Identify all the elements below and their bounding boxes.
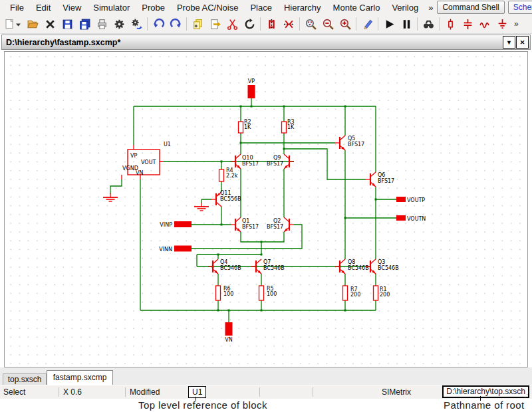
menu-probe-ac-noise[interactable]: Probe AC/Noise (171, 1, 245, 15)
tab-top-sxsch[interactable]: top.sxsch (3, 373, 47, 385)
toolbar-separator (417, 17, 418, 31)
resistor-R4[interactable] (219, 169, 224, 181)
transistor-Q8-ref[interactable]: Q8 (348, 259, 355, 265)
zoom-out-button[interactable] (319, 16, 336, 33)
resistor-R6-value[interactable]: 100 (223, 291, 233, 297)
find-part-button[interactable] (420, 16, 437, 33)
place-capacitor-button[interactable] (459, 16, 476, 33)
close-file-button[interactable] (41, 16, 59, 33)
redo-button[interactable] (167, 16, 184, 33)
terminal-voutn-label: VOUTN (407, 216, 426, 222)
zoom-rect-button[interactable] (302, 16, 319, 33)
block-ref-label[interactable]: U1 (164, 142, 171, 148)
status-bar: Select X 0.6 Modified U1 SIMetrix D:\hie… (0, 385, 532, 399)
run-simulation-button[interactable] (380, 16, 398, 33)
terminal-vinn[interactable] (174, 246, 192, 252)
transistor-Q5-model[interactable]: BFS17 (348, 142, 364, 148)
transistor-Q7-ref[interactable]: Q7 (263, 259, 271, 265)
gear-icon (113, 18, 126, 31)
terminal-vinp[interactable] (174, 221, 192, 227)
transistor-Q10-ref[interactable]: Q10 (242, 155, 253, 161)
draw-wire-button[interactable] (358, 16, 376, 33)
cut-button[interactable] (223, 16, 241, 33)
transistor-Q4-model[interactable]: BC546B (220, 265, 241, 271)
resistor-R5-value[interactable]: 100 (267, 291, 277, 297)
terminal-voutn[interactable] (396, 215, 406, 221)
terminal-voutp[interactable] (396, 197, 406, 202)
simulator-options-button[interactable] (128, 16, 145, 33)
place-inductor-button[interactable] (476, 16, 493, 33)
transistor-Q1-model[interactable]: BFS17 (242, 224, 259, 230)
editor-selector-dropdown[interactable]: Schematic Editor ▼ (508, 1, 532, 14)
save-button[interactable] (59, 16, 76, 33)
pause-simulation-button[interactable] (398, 16, 415, 33)
disconnect-wire-button[interactable] (263, 16, 280, 33)
place-resistor-button[interactable] (442, 16, 459, 33)
resistor-R3-value[interactable]: 1K (287, 124, 295, 130)
resistor-R1-value[interactable]: 200 (380, 292, 390, 298)
terminal-vp-label: VP (248, 78, 255, 84)
transistor-Q6-ref[interactable]: Q6 (378, 172, 385, 178)
transistor-Q11-model[interactable]: BC556B (220, 196, 241, 202)
menu-place[interactable]: Place (244, 1, 278, 15)
transistor-Q10-model[interactable]: BFS17 (242, 161, 259, 167)
transistor-Q1-ref[interactable]: Q1 (242, 218, 249, 224)
settings-button[interactable] (110, 16, 128, 33)
menu-hierarchy[interactable]: Hierarchy (278, 1, 327, 15)
terminal-vp[interactable] (248, 85, 255, 98)
resistor-R7-value[interactable]: 200 (350, 292, 360, 298)
transistor-Q3-ref[interactable]: Q3 (378, 259, 385, 265)
transistor-Q8-model[interactable]: BC546B (348, 265, 369, 271)
transistor-Q11-ref[interactable]: Q11 (220, 190, 231, 196)
transistor-Q9-model[interactable]: BFS17 (267, 161, 283, 167)
menu-overflow-button[interactable]: » (424, 3, 437, 13)
toolbar-separator (439, 17, 440, 31)
resistor-R4-value[interactable]: 2.2k (226, 173, 238, 179)
transistor-Q4-ref[interactable]: Q4 (220, 259, 227, 265)
menu-file[interactable]: File (4, 1, 30, 15)
resize-grip[interactable]: ⋰ (524, 391, 531, 398)
zoom-in-button[interactable] (336, 16, 354, 33)
document-title-bar[interactable]: D:\hierarchy\fastamp.sxcmp* ▼ ✕ (1, 35, 531, 50)
menu-edit[interactable]: Edit (30, 1, 57, 15)
place-ground-button[interactable] (493, 16, 511, 33)
resistor-R5[interactable] (259, 286, 264, 300)
close-window-button[interactable]: ✕ (516, 36, 529, 49)
transistor-Q7-model[interactable]: BC546B (263, 265, 285, 271)
toolbar-overflow-button[interactable]: » (511, 19, 522, 29)
menu-monte-carlo[interactable]: Monte Carlo (327, 1, 386, 15)
command-shell-button[interactable]: Command Shell (437, 1, 504, 14)
copy-button[interactable] (189, 16, 206, 33)
transistor-Q9-ref[interactable]: Q9 (273, 155, 281, 161)
transistor-Q6-model[interactable]: BFS17 (378, 178, 394, 184)
annotation-root-path: Pathname of root (444, 399, 524, 411)
open-file-button[interactable] (24, 16, 41, 33)
menu-view[interactable]: View (57, 1, 87, 15)
capacitor-icon (462, 18, 474, 31)
resistor-R3[interactable] (282, 122, 287, 133)
tab-fastamp-sxcmp[interactable]: fastamp.sxcmp (47, 370, 113, 385)
status-divider (259, 387, 260, 397)
export-button[interactable] (206, 16, 223, 33)
transistor-Q2-model[interactable]: BFS17 (267, 224, 283, 230)
resistor-R2-value[interactable]: 1K (244, 124, 251, 130)
resistor-R6[interactable] (216, 286, 221, 300)
print-button[interactable] (93, 16, 110, 33)
resistor-R1[interactable] (374, 286, 378, 300)
redraw-button[interactable] (241, 16, 258, 33)
menu-simulator[interactable]: Simulator (87, 1, 136, 15)
undo-button[interactable] (150, 16, 167, 33)
transistor-Q5-ref[interactable]: Q5 (348, 136, 355, 142)
resistor-R2[interactable] (239, 122, 243, 133)
connect-wire-button[interactable] (280, 16, 297, 33)
new-schematic-button[interactable] (3, 16, 24, 33)
transistor-Q2-ref[interactable]: Q2 (273, 218, 281, 224)
save-all-button[interactable] (76, 16, 93, 33)
menu-verilog[interactable]: Verilog (386, 1, 424, 15)
transistor-Q3-model[interactable]: BC546B (378, 265, 399, 271)
collapse-window-button[interactable]: ▼ (503, 36, 515, 49)
schematic-canvas[interactable]: VP VOUT VGND VN U1 VP VINP VINN VOUTP VO… (4, 51, 528, 367)
terminal-vn[interactable] (225, 322, 233, 336)
resistor-R7[interactable] (343, 286, 348, 300)
menu-probe[interactable]: Probe (136, 1, 171, 15)
